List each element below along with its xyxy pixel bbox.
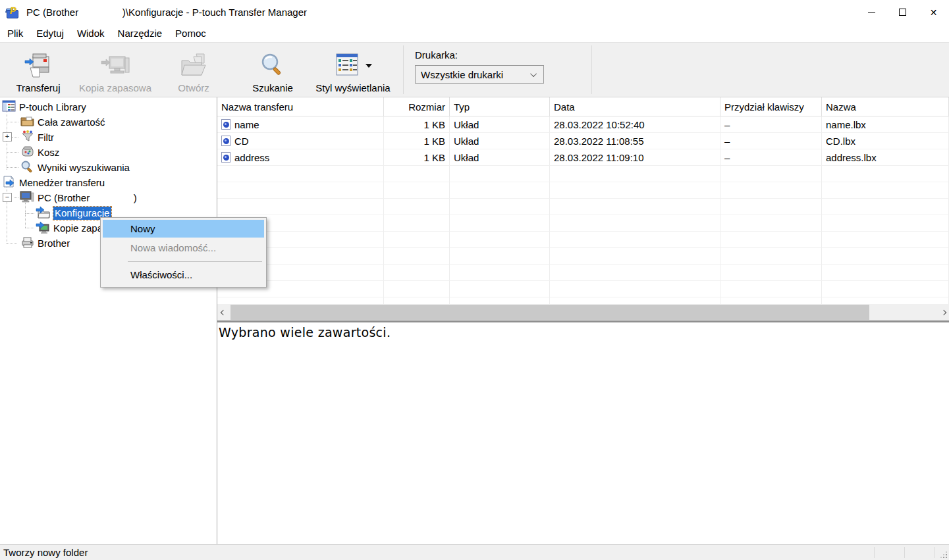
display-style-button-label: Styl wyświetlania [315,82,390,93]
tree-item-all-contents[interactable]: Cała zawartość [0,115,215,130]
tree-item-label: P-touch Library [19,101,86,113]
status-text: Tworzy nowy folder [0,547,88,558]
chevron-right-icon [940,309,946,315]
toolbar-separator [591,45,592,94]
column-header-key-assign[interactable]: Przydział klawiszy [720,97,822,116]
tree-item-transfer-manager[interactable]: Menedżer transferu [0,175,215,190]
cell-type: Układ [450,149,550,166]
display-style-icon [334,53,360,80]
status-divider [935,547,935,558]
context-menu-separator [128,261,262,262]
chevron-left-icon [220,309,225,315]
collapse-icon[interactable]: − [3,193,12,202]
menu-edit[interactable]: Edytuj [30,26,70,41]
cell-transfer-name: address [217,149,384,166]
toolbar: Transferuj Kopia zapasowa [0,42,949,97]
column-header-type[interactable]: Typ [450,97,550,116]
backup-button-label: Kopia zapasowa [79,82,151,93]
empty-row [217,199,949,215]
menu-bar: Plik Edytuj Widok Narzędzie Pomoc [0,24,949,42]
transfer-button-label: Transferuj [16,82,61,93]
minimize-icon [868,12,875,13]
column-header-size[interactable]: Rozmiar [384,97,450,116]
transfer-manager-icon [2,176,16,190]
empty-row [217,281,949,297]
cell-size: 1 KB [384,133,450,149]
menu-tool[interactable]: Narzędzie [111,26,169,41]
context-menu: Nowy Nowa wiadomość... Właściwości... [100,217,267,288]
table-row[interactable]: CD 1 KB Układ 28.03.2022 11:08:55 – CD.l… [217,133,949,149]
tree-item-label: PC (Brother ) [38,192,137,203]
printer-label: Drukarka: [415,49,544,61]
layout-file-icon [221,152,230,163]
computer-icon [20,191,34,205]
cell-file-name: name.lbx [822,116,949,133]
open-folder-icon [179,51,208,81]
tree-item-filter[interactable]: + Filtr [0,130,215,145]
menu-help[interactable]: Pomoc [169,26,213,41]
layout-file-icon [221,119,230,130]
empty-row [217,265,949,281]
filter-icon [20,130,34,144]
tree-item-trash[interactable]: Kosz [0,145,215,160]
cell-date: 28.03.2022 10:52:40 [550,116,720,133]
scrollbar-thumb[interactable] [230,305,869,320]
search-icon [259,51,286,81]
tree-item-label: Cała zawartość [38,116,105,128]
empty-row [217,182,949,199]
backup-button: Kopia zapasowa [71,46,159,93]
column-header-date[interactable]: Data [550,97,720,116]
tree-item-label: Wyniki wyszukiwania [38,162,130,173]
resize-grip-icon[interactable] [946,557,947,558]
cell-date: 28.03.2022 11:08:55 [550,133,720,149]
menu-view[interactable]: Widok [70,26,111,41]
display-style-button[interactable]: Styl wyświetlania [311,46,395,93]
scroll-right-button[interactable] [938,304,949,320]
display-style-dropdown-icon[interactable] [366,64,372,68]
scroll-left-button[interactable] [217,304,229,320]
table-header: Nazwa transferu Rozmiar Typ Data Przydzi… [217,97,949,116]
table-row[interactable]: address 1 KB Układ 28.03.2022 11:09:10 –… [217,149,949,166]
cell-size: 1 KB [384,116,450,133]
context-menu-item-new[interactable]: Nowy [103,220,264,238]
maximize-icon [899,9,906,16]
menu-file[interactable]: Plik [1,26,30,41]
backups-computer-icon [36,221,50,236]
folder-tree-panel: P-touch Library Cała zawartość + [0,97,217,544]
transfer-button[interactable]: Transferuj [9,46,67,93]
context-menu-item-properties[interactable]: Właściwości... [103,265,264,284]
printer-select[interactable]: Wszystkie drukarki [415,65,544,84]
cell-file-name: CD.lbx [822,133,949,149]
table-row[interactable]: name 1 KB Układ 28.03.2022 10:52:40 – na… [217,116,949,133]
transfer-list: Nazwa transferu Rozmiar Typ Data Przydzi… [217,97,949,304]
close-icon: ✕ [930,8,938,17]
maximize-button[interactable] [887,0,918,24]
configurations-folder-icon [36,206,50,220]
expand-icon[interactable]: + [3,132,12,141]
column-header-name[interactable]: Nazwa [822,97,949,116]
tree-item-pc[interactable]: − PC (Brother ) [0,190,215,205]
tree-item-search-results[interactable]: Wyniki wyszukiwania [0,160,215,175]
cell-file-name: address.lbx [822,149,949,166]
chevron-down-icon [530,70,537,77]
library-icon [2,100,16,114]
tree-item-label: Kosz [38,147,59,158]
search-results-icon [20,161,34,174]
printer-select-value: Wszystkie drukarki [421,69,503,80]
cell-type: Układ [450,133,550,149]
layout-file-icon [221,136,230,146]
tree-item-label: Filtr [38,132,54,143]
cell-key-assign: – [720,116,822,133]
transfer-printer-icon [24,51,53,81]
cell-date: 28.03.2022 11:09:10 [550,149,720,166]
empty-row [217,248,949,265]
tree-item-ptouch-library[interactable]: P-touch Library [0,99,215,115]
horizontal-scrollbar[interactable] [217,304,949,320]
column-header-transfer-name[interactable]: Nazwa transferu [217,97,384,116]
search-button[interactable]: Szukanie [245,46,300,93]
status-divider [874,547,875,558]
close-button[interactable]: ✕ [918,0,949,24]
title-bar: P PC (Brother )\Konfiguracje - P-touch T… [0,0,949,24]
minimize-button[interactable] [856,0,887,24]
preview-message: Wybrano wiele zawartości. [217,322,949,340]
